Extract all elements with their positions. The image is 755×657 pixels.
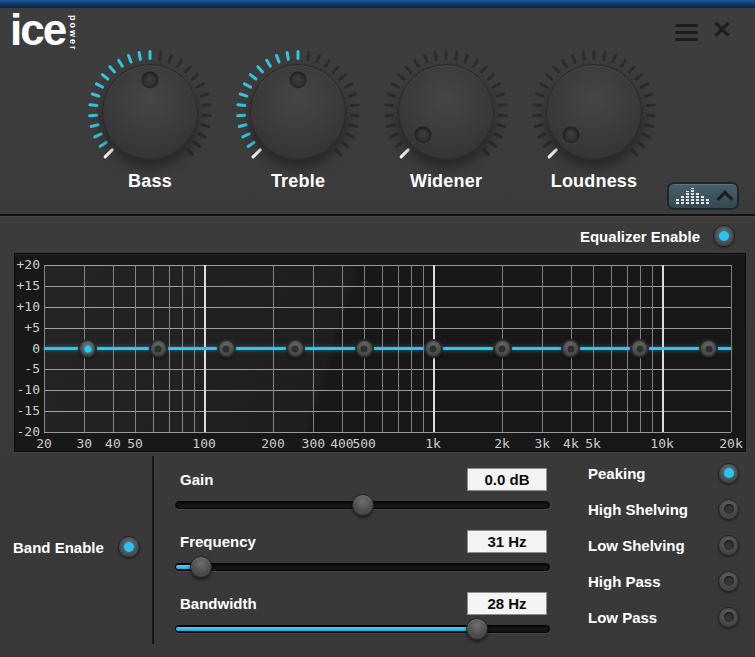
equalizer-plot-area bbox=[44, 265, 731, 432]
equalizer-panel-toggle-button[interactable] bbox=[667, 182, 739, 210]
window-top-accent-strip bbox=[0, 0, 755, 8]
filter-type-peaking[interactable]: Peaking bbox=[588, 455, 739, 491]
frequency-value-field[interactable]: 31 Hz bbox=[467, 530, 547, 553]
gain-control-row: Gain 0.0 dB bbox=[160, 465, 550, 523]
filter-type-low-pass[interactable]: Low Pass bbox=[588, 599, 739, 635]
eq-band-dot[interactable] bbox=[149, 339, 168, 358]
knob-tick bbox=[306, 51, 311, 61]
eq-band-dot[interactable] bbox=[217, 339, 236, 358]
knob-tick bbox=[89, 123, 99, 128]
x-axis-tick-label: 100 bbox=[192, 436, 215, 451]
knob-tick bbox=[98, 140, 108, 148]
knob-tick bbox=[611, 53, 617, 63]
eq-band-dot-core bbox=[292, 345, 299, 352]
knob-tick bbox=[349, 103, 359, 107]
knob-tick bbox=[195, 82, 205, 89]
knob-tick bbox=[149, 50, 152, 60]
eq-band-dot[interactable] bbox=[355, 339, 374, 358]
eq-band-dot[interactable] bbox=[630, 339, 649, 358]
knob-face[interactable] bbox=[546, 64, 642, 160]
frequency-label: Frequency bbox=[180, 533, 256, 550]
equalizer-enable-radio[interactable] bbox=[713, 225, 735, 247]
knob-tick bbox=[236, 114, 246, 118]
eq-band-dot[interactable] bbox=[286, 339, 305, 358]
filter-type-radio[interactable] bbox=[718, 571, 739, 592]
grid-line-horizontal bbox=[44, 432, 731, 433]
eq-bar bbox=[696, 193, 699, 204]
knob-tick bbox=[593, 50, 596, 60]
hamburger-menu-icon[interactable] bbox=[675, 24, 698, 41]
gain-slider[interactable] bbox=[175, 501, 550, 509]
knob-tick bbox=[463, 53, 469, 63]
knob-tick bbox=[389, 132, 399, 139]
y-axis-tick-label: +5 bbox=[15, 320, 40, 335]
equalizer-enable-label: Equalizer Enable bbox=[580, 228, 700, 245]
bandwidth-slider[interactable] bbox=[175, 625, 550, 633]
knob-tick bbox=[538, 82, 548, 89]
knob-tick bbox=[88, 103, 98, 107]
eq-band-dot[interactable] bbox=[699, 339, 718, 358]
knob-tick bbox=[627, 65, 636, 74]
filter-type-low-shelving[interactable]: Low Shelving bbox=[588, 527, 739, 563]
y-axis-tick-label: -10 bbox=[15, 382, 40, 397]
eq-band-dot-core bbox=[705, 345, 712, 352]
eq-bar bbox=[701, 196, 704, 204]
filter-type-high-shelving[interactable]: High Shelving bbox=[588, 491, 739, 527]
knob-tick bbox=[197, 132, 207, 139]
gain-value-field[interactable]: 0.0 dB bbox=[467, 468, 547, 491]
frequency-slider[interactable] bbox=[175, 563, 550, 571]
x-axis-tick-label: 3k bbox=[534, 436, 550, 451]
filter-type-radio[interactable] bbox=[718, 463, 739, 484]
frequency-slider-thumb[interactable] bbox=[190, 556, 212, 578]
gain-label: Gain bbox=[180, 471, 213, 488]
eq-band-dot[interactable] bbox=[78, 339, 97, 358]
knob-tick bbox=[350, 114, 360, 118]
equalizer-bars-icon bbox=[676, 188, 709, 204]
filter-type-high-pass[interactable]: High Pass bbox=[588, 563, 739, 599]
knob-tick bbox=[236, 103, 246, 107]
knob-tick bbox=[497, 103, 507, 107]
knob-tick bbox=[496, 123, 506, 128]
eq-band-dot[interactable] bbox=[493, 339, 512, 358]
knob-tick bbox=[103, 148, 114, 159]
chevron-up-icon bbox=[716, 190, 733, 207]
bandwidth-slider-thumb[interactable] bbox=[466, 618, 488, 640]
knob-tick bbox=[324, 58, 332, 68]
logo-subtext: power bbox=[68, 15, 78, 52]
widener-knob[interactable] bbox=[380, 46, 512, 178]
knob-indicator-dot bbox=[563, 126, 580, 143]
knob-tick bbox=[340, 140, 350, 148]
knob-tick bbox=[645, 103, 655, 107]
frequency-control-row: Frequency 31 Hz bbox=[160, 527, 550, 585]
knob-indicator-dot bbox=[415, 126, 432, 143]
filter-type-radio[interactable] bbox=[718, 607, 739, 628]
filter-type-label: Low Shelving bbox=[588, 537, 685, 554]
knob-tick bbox=[561, 58, 569, 68]
eq-band-dot-core bbox=[155, 345, 162, 352]
eq-bar bbox=[691, 188, 694, 204]
band-enable-radio[interactable] bbox=[118, 536, 140, 558]
radio-core bbox=[724, 576, 734, 586]
eq-band-dot[interactable] bbox=[561, 339, 580, 358]
knob-tick bbox=[348, 123, 358, 128]
filter-type-radio[interactable] bbox=[718, 499, 739, 520]
grid-line-horizontal bbox=[44, 265, 731, 266]
y-axis-tick-label: +20 bbox=[15, 257, 40, 272]
filter-type-radio[interactable] bbox=[718, 535, 739, 556]
knob-tick bbox=[602, 51, 607, 61]
bandwidth-value-field[interactable]: 28 Hz bbox=[467, 592, 547, 615]
loudness-knob[interactable] bbox=[528, 46, 660, 178]
eq-band-dot[interactable] bbox=[424, 339, 443, 358]
knob-tick bbox=[88, 114, 98, 118]
knob-tick bbox=[285, 51, 290, 61]
x-axis-tick-label: 50 bbox=[127, 436, 143, 451]
treble-knob[interactable] bbox=[232, 46, 364, 178]
knob-face[interactable] bbox=[398, 64, 494, 160]
close-icon[interactable]: ✕ bbox=[712, 16, 732, 45]
knob-tick bbox=[242, 82, 252, 89]
radio-core bbox=[124, 542, 134, 552]
bass-knob[interactable] bbox=[84, 46, 216, 178]
equalizer-enable-row: Equalizer Enable bbox=[580, 225, 735, 247]
knob-tick bbox=[192, 140, 202, 148]
gain-slider-thumb[interactable] bbox=[352, 494, 374, 516]
